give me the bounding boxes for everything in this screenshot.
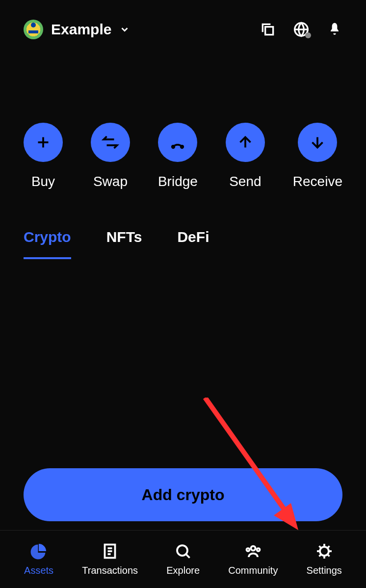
action-label: Swap [93, 174, 128, 189]
header: Example [0, 0, 366, 59]
nav-community[interactable]: Community [228, 542, 278, 576]
svg-rect-0 [265, 27, 273, 35]
nav-label: Community [228, 565, 278, 576]
svg-line-16 [186, 554, 190, 558]
people-icon [244, 542, 262, 560]
receive-button[interactable]: Receive [293, 123, 342, 189]
svg-point-6 [181, 146, 183, 148]
search-icon [174, 542, 192, 560]
nav-transactions[interactable]: Transactions [82, 542, 138, 576]
tab-crypto[interactable]: Crypto [24, 229, 71, 259]
bridge-button[interactable]: Bridge [158, 123, 198, 189]
nav-settings[interactable]: Settings [307, 542, 342, 576]
arrow-up-icon [226, 123, 265, 162]
bell-icon[interactable] [327, 22, 342, 37]
chevron-down-icon [119, 24, 130, 35]
tab-nfts[interactable]: NFTs [106, 229, 142, 259]
globe-icon[interactable] [293, 22, 309, 37]
gear-icon [315, 542, 333, 560]
document-icon [101, 542, 119, 560]
nav-label: Transactions [82, 565, 138, 576]
svg-point-17 [251, 546, 255, 551]
swap-icon [91, 123, 130, 162]
nav-assets[interactable]: Assets [24, 542, 53, 576]
account-name: Example [51, 21, 111, 38]
tab-defi[interactable]: DeFi [177, 229, 209, 259]
arrow-down-icon [298, 123, 337, 162]
action-label: Bridge [158, 174, 198, 189]
bridge-icon [158, 123, 197, 162]
copy-icon[interactable] [260, 22, 276, 37]
svg-line-27 [319, 554, 321, 557]
svg-point-18 [246, 548, 249, 551]
nav-explore[interactable]: Explore [166, 542, 200, 576]
svg-line-28 [327, 546, 330, 549]
plus-icon [24, 123, 63, 162]
action-label: Receive [293, 174, 342, 189]
buy-button[interactable]: Buy [24, 123, 63, 189]
action-row: Buy Swap Bridge S [0, 59, 366, 189]
svg-line-25 [319, 546, 321, 549]
swap-button[interactable]: Swap [91, 123, 130, 189]
send-button[interactable]: Send [226, 123, 265, 189]
tabs: Crypto NFTs DeFi [0, 189, 366, 259]
nav-label: Assets [24, 565, 53, 576]
svg-line-26 [327, 554, 330, 557]
status-indicator [305, 32, 311, 38]
account-selector[interactable]: Example [24, 20, 130, 39]
action-label: Send [229, 174, 261, 189]
add-crypto-button[interactable]: Add crypto [24, 468, 342, 521]
avatar [24, 20, 43, 39]
nav-label: Explore [166, 565, 200, 576]
nav-label: Settings [307, 565, 342, 576]
svg-point-5 [172, 146, 175, 148]
bottom-nav: Assets Transactions Explore Community [0, 530, 366, 588]
pie-icon [30, 542, 48, 560]
svg-point-19 [257, 548, 260, 551]
header-icons [260, 22, 342, 37]
svg-point-15 [177, 545, 187, 556]
action-label: Buy [31, 174, 55, 189]
